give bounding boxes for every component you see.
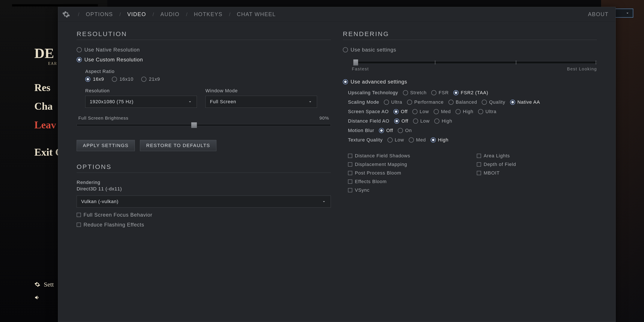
check-label: Post Process Bloom: [355, 170, 401, 176]
sidebar-settings-label: Sett: [44, 281, 54, 288]
radio-icon: [384, 100, 389, 105]
radio-upscaling-fsr2[interactable]: FSR2 (TAA): [454, 90, 488, 96]
slider-track: [77, 124, 331, 126]
check-reduce-flash[interactable]: Reduce Flashing Effects: [77, 222, 331, 228]
radio-aspect-16x9[interactable]: 16x9: [85, 76, 104, 82]
slider-thumb[interactable]: [191, 122, 197, 128]
resolution-dropdown-label: Resolution: [85, 88, 197, 94]
sidebar-volume-link[interactable]: [34, 294, 54, 300]
tab-about[interactable]: ABOUT: [586, 11, 610, 18]
check-displacement-mapping[interactable]: Displacement Mapping: [348, 162, 468, 167]
check-area-lights[interactable]: Area Lights: [477, 153, 597, 159]
slider-track: [358, 61, 597, 64]
radio-label: Use Native Resolution: [84, 47, 140, 53]
slider-tick: [596, 60, 596, 64]
radio-use-basic[interactable]: Use basic settings: [343, 47, 597, 53]
radio-label: FSR: [438, 90, 449, 96]
radio-icon: [379, 128, 384, 133]
game-logo: DE: [34, 45, 54, 62]
tab-chatwheel[interactable]: CHAT WHEEL: [235, 11, 278, 18]
radio-ssao-low[interactable]: Low: [412, 109, 429, 114]
apply-settings-button[interactable]: APPLY SETTINGS: [77, 140, 135, 151]
radio-label: Native AA: [517, 100, 540, 105]
tab-separator: /: [226, 12, 234, 18]
radio-dfao-off[interactable]: Off: [394, 118, 408, 124]
checkbox-icon: [348, 180, 352, 184]
radio-aspect-21x9[interactable]: 21x9: [141, 76, 160, 82]
radio-label: Off: [402, 118, 408, 124]
radio-ssao-off[interactable]: Off: [394, 109, 408, 114]
radio-icon: [407, 100, 412, 105]
radio-scaling-performance[interactable]: Performance: [407, 100, 444, 105]
restore-defaults-button[interactable]: RESTORE TO DEFAULTS: [140, 140, 216, 151]
window-mode-dropdown[interactable]: Full Screen: [206, 96, 317, 108]
chevron-down-icon: [308, 100, 312, 104]
tab-options[interactable]: OPTIONS: [84, 11, 115, 18]
scaling-mode-label: Scaling Mode: [348, 100, 379, 105]
radio-use-advanced[interactable]: Use advanced settings: [343, 79, 597, 85]
check-fs-focus[interactable]: Full Screen Focus Behavior: [77, 212, 331, 218]
radio-tex-med[interactable]: Med: [409, 137, 426, 143]
radio-label: Use basic settings: [350, 47, 396, 53]
resolution-dropdown[interactable]: 1920x1080 (75 Hz): [85, 96, 197, 108]
check-post-process-bloom[interactable]: Post Process Bloom: [348, 170, 468, 176]
checkbox-icon: [477, 154, 481, 158]
radio-tex-high[interactable]: High: [430, 137, 448, 143]
check-depth-of-field[interactable]: Depth of Field: [477, 162, 597, 167]
radio-ssao-ultra[interactable]: Ultra: [478, 109, 496, 114]
radio-scaling-balanced[interactable]: Balanced: [448, 100, 477, 105]
radio-mblur-off[interactable]: Off: [379, 128, 393, 133]
brightness-slider[interactable]: [77, 123, 331, 127]
rendering-api-dropdown[interactable]: Vulkan (-vulkan): [77, 196, 331, 208]
background-meter: [12, 4, 98, 6]
check-distance-field-shadows[interactable]: Distance Field Shadows: [348, 153, 468, 159]
radio-icon: [394, 109, 399, 114]
radio-scaling-ultra[interactable]: Ultra: [384, 100, 402, 105]
slider-tick: [516, 60, 516, 64]
radio-upscaling-fsr[interactable]: FSR: [431, 90, 449, 96]
radio-icon: [482, 100, 487, 105]
radio-ssao-high[interactable]: High: [456, 109, 473, 114]
radio-icon: [434, 109, 439, 114]
radio-aspect-16x10[interactable]: 16x10: [112, 76, 134, 82]
radio-upscaling-stretch[interactable]: Stretch: [403, 90, 427, 96]
check-mboit[interactable]: MBOIT: [477, 170, 597, 176]
check-label: VSync: [355, 188, 370, 193]
tab-audio[interactable]: AUDIO: [159, 11, 181, 18]
radio-dfao-high[interactable]: High: [434, 118, 452, 124]
radio-tex-low[interactable]: Low: [388, 137, 404, 143]
checkbox-icon: [477, 171, 481, 175]
radio-use-custom[interactable]: Use Custom Resolution: [77, 57, 331, 63]
checkbox-icon: [348, 162, 352, 166]
check-effects-bloom[interactable]: Effects Bloom: [348, 179, 468, 184]
radio-icon: [478, 109, 483, 114]
radio-label: Low: [420, 118, 430, 124]
tab-video[interactable]: VIDEO: [126, 11, 148, 18]
chevron-down-icon: [322, 199, 326, 204]
chevron-down-icon: [188, 100, 192, 104]
radio-icon: [85, 77, 90, 82]
slider-label-left: Fastest: [352, 66, 369, 72]
radio-use-native[interactable]: Use Native Resolution: [77, 47, 331, 53]
radio-scaling-quality[interactable]: Quality: [482, 100, 505, 105]
radio-ssao-med[interactable]: Med: [434, 109, 451, 114]
checkbox-icon: [477, 162, 481, 166]
radio-icon: [413, 118, 418, 124]
ssao-label: Screen Space AO: [348, 109, 389, 114]
radio-label: Off: [401, 109, 408, 114]
slider-thumb[interactable]: [353, 59, 358, 66]
radio-dfao-low[interactable]: Low: [413, 118, 430, 124]
radio-icon: [434, 118, 440, 124]
sidebar-settings-link[interactable]: Sett: [34, 281, 54, 288]
checkbox-icon: [348, 171, 352, 175]
check-vsync[interactable]: VSync: [348, 188, 468, 193]
radio-icon: [77, 47, 82, 52]
radio-scaling-native[interactable]: Native AA: [510, 100, 540, 105]
checkbox-icon: [77, 213, 81, 217]
gear-icon[interactable]: [62, 10, 70, 18]
tab-hotkeys[interactable]: HOTKEYS: [192, 11, 224, 18]
basic-quality-slider[interactable]: [352, 59, 597, 65]
radio-mblur-on[interactable]: On: [398, 128, 412, 133]
radio-label: Ultra: [391, 100, 402, 105]
radio-label: Balanced: [456, 100, 477, 105]
